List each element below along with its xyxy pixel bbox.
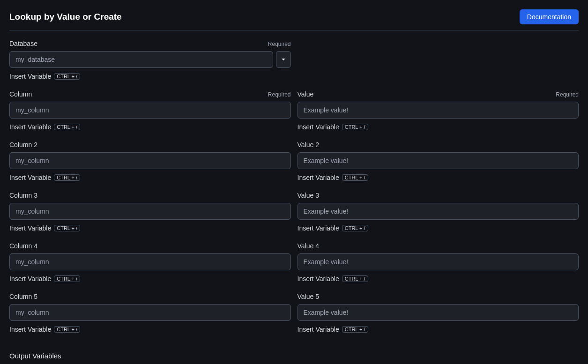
- value-input[interactable]: [298, 203, 579, 220]
- database-insert-variable-hint[interactable]: Insert Variable CTRL + /: [9, 73, 291, 80]
- shortcut-badge: CTRL + /: [54, 225, 80, 231]
- insert-variable-text: Insert Variable: [9, 73, 51, 80]
- value-field-group: Value 2Insert VariableCTRL + /: [298, 141, 579, 181]
- column-label: Column 3: [9, 192, 37, 199]
- value-field-group: Value 4Insert VariableCTRL + /: [298, 242, 579, 282]
- database-input[interactable]: [9, 51, 273, 68]
- column-input[interactable]: [9, 203, 291, 220]
- column-value-row: Column 3Insert VariableCTRL + /Value 3In…: [9, 192, 579, 242]
- database-dropdown-button[interactable]: [276, 51, 291, 68]
- column-field-group: Column 3Insert VariableCTRL + /: [9, 192, 291, 232]
- column-label: Column 5: [9, 293, 37, 300]
- value-field-group: Value 3Insert VariableCTRL + /: [298, 192, 579, 232]
- output-variables-section: Output Variables Row CreatedRow IDCreate…: [9, 352, 579, 364]
- value-label: Value 4: [298, 242, 319, 250]
- value-insert-variable-hint[interactable]: Insert VariableCTRL + /: [298, 326, 579, 333]
- value-input[interactable]: [298, 102, 579, 119]
- value-label: Value: [298, 90, 314, 98]
- value-label: Value 3: [298, 192, 319, 199]
- column-field-group: ColumnRequiredInsert VariableCTRL + /: [9, 90, 291, 131]
- shortcut-badge: CTRL + /: [54, 275, 80, 282]
- value-insert-variable-hint[interactable]: Insert VariableCTRL + /: [298, 174, 579, 181]
- column-insert-variable-hint[interactable]: Insert VariableCTRL + /: [9, 123, 291, 131]
- column-insert-variable-hint[interactable]: Insert VariableCTRL + /: [9, 224, 291, 232]
- column-value-row: Column 2Insert VariableCTRL + /Value 2In…: [9, 141, 579, 192]
- column-required: Required: [268, 91, 291, 98]
- insert-variable-text: Insert Variable: [9, 174, 51, 181]
- value-field-group: ValueRequiredInsert VariableCTRL + /: [298, 90, 579, 131]
- column-insert-variable-hint[interactable]: Insert VariableCTRL + /: [9, 174, 291, 181]
- header-divider: [9, 30, 579, 30]
- page-title: Lookup by Value or Create: [9, 12, 122, 22]
- column-input[interactable]: [9, 102, 291, 119]
- value-label: Value 5: [298, 293, 319, 300]
- insert-variable-text: Insert Variable: [9, 224, 51, 232]
- database-required: Required: [268, 41, 291, 47]
- shortcut-badge: CTRL + /: [342, 326, 368, 333]
- shortcut-badge: CTRL + /: [342, 174, 368, 181]
- insert-variable-text: Insert Variable: [9, 275, 51, 282]
- column-input[interactable]: [9, 304, 291, 321]
- shortcut-badge: CTRL + /: [342, 225, 368, 231]
- database-label: Database: [9, 40, 37, 47]
- column-value-row: Column 4Insert VariableCTRL + /Value 4In…: [9, 242, 579, 293]
- value-insert-variable-hint[interactable]: Insert VariableCTRL + /: [298, 224, 579, 232]
- value-field-group: Value 5Insert VariableCTRL + /: [298, 293, 579, 333]
- database-field-group: Database Required Insert Variable CTRL +…: [9, 40, 294, 80]
- column-insert-variable-hint[interactable]: Insert VariableCTRL + /: [9, 326, 291, 333]
- column-value-row: Column 5Insert VariableCTRL + /Value 5In…: [9, 293, 579, 343]
- column-input[interactable]: [9, 152, 291, 169]
- value-insert-variable-hint[interactable]: Insert VariableCTRL + /: [298, 275, 579, 282]
- column-input[interactable]: [9, 253, 291, 270]
- value-label: Value 2: [298, 141, 319, 149]
- column-value-row: ColumnRequiredInsert VariableCTRL + /Val…: [9, 90, 579, 141]
- shortcut-badge: CTRL + /: [342, 124, 368, 130]
- value-insert-variable-hint[interactable]: Insert VariableCTRL + /: [298, 123, 579, 131]
- insert-variable-text: Insert Variable: [9, 326, 51, 333]
- column-field-group: Column 4Insert VariableCTRL + /: [9, 242, 291, 282]
- column-insert-variable-hint[interactable]: Insert VariableCTRL + /: [9, 275, 291, 282]
- shortcut-badge: CTRL + /: [54, 174, 80, 181]
- insert-variable-text: Insert Variable: [9, 123, 51, 131]
- output-variables-title: Output Variables: [9, 352, 579, 360]
- insert-variable-text: Insert Variable: [298, 326, 339, 333]
- value-input[interactable]: [298, 304, 579, 321]
- shortcut-badge: CTRL + /: [54, 124, 80, 130]
- insert-variable-text: Insert Variable: [298, 174, 339, 181]
- shortcut-badge: CTRL + /: [54, 326, 80, 333]
- caret-down-icon: [281, 56, 286, 63]
- insert-variable-text: Insert Variable: [298, 224, 339, 232]
- value-required: Required: [556, 91, 579, 98]
- column-field-group: Column 5Insert VariableCTRL + /: [9, 293, 291, 333]
- shortcut-badge: CTRL + /: [54, 73, 80, 80]
- column-field-group: Column 2Insert VariableCTRL + /: [9, 141, 291, 181]
- column-label: Column 2: [9, 141, 37, 149]
- column-label: Column: [9, 90, 32, 98]
- documentation-button[interactable]: Documentation: [520, 9, 579, 24]
- insert-variable-text: Insert Variable: [298, 275, 339, 282]
- shortcut-badge: CTRL + /: [342, 275, 368, 282]
- value-input[interactable]: [298, 152, 579, 169]
- column-label: Column 4: [9, 242, 37, 250]
- value-input[interactable]: [298, 253, 579, 270]
- insert-variable-text: Insert Variable: [298, 123, 339, 131]
